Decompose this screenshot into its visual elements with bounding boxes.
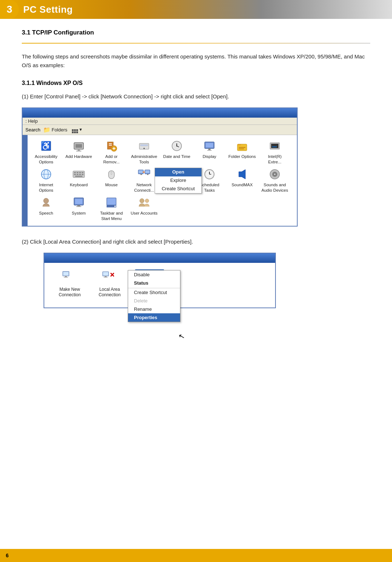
svg-rect-79 [103,272,108,275]
svg-point-12 [143,148,145,149]
folders-label: Folders [52,127,67,133]
icon-mouse[interactable]: Mouse [97,168,126,193]
svg-rect-39 [82,174,83,175]
icon-admin-tools[interactable]: AdministrativeTools [129,139,159,165]
ctx-disable[interactable]: Disable [128,270,180,279]
svg-rect-9 [114,147,114,150]
svg-point-16 [176,146,177,147]
step1-text: (1) Enter [Control Panel] -> click [Netw… [22,92,370,101]
icon-soundmax[interactable]: SoundMAX [227,168,257,193]
xp-icons-area: ♿ AccessibilityOptions Add Hardware Add … [28,135,297,226]
xp-menu-bar: : Help [23,118,297,125]
context-explore[interactable]: Explore [155,176,201,185]
xp-toolbar: Search 📁 Folders ▾ [23,125,297,135]
intel-icon: Intel [268,139,281,152]
svg-point-62 [274,174,275,175]
svg-rect-75 [64,272,68,275]
subsection-title: 3.1.1 Windows XP O/S [22,80,370,86]
svg-rect-33 [77,172,78,173]
icon-label-sounds-audio: Sounds andAudio Devices [261,182,288,193]
svg-rect-81 [104,277,108,278]
icon-label-taskbar: Taskbar andStart Menu [100,211,123,221]
icon-label-intel: Intel(R)Extre... [268,154,282,165]
icon-sounds-audio[interactable]: Sounds andAudio Devices [260,168,290,193]
icon-date-time[interactable]: Date and Time [162,139,192,165]
section-title: 3.1 TCP/IP Configuration [22,29,370,36]
folder-icon-btn[interactable]: 📁 Folders [43,126,67,133]
make-new-connection-icon [62,269,77,285]
add-hardware-icon [72,139,85,152]
ctx-create-shortcut[interactable]: Create Shortcut [128,288,180,297]
soundmax-icon [236,168,249,181]
icon-system[interactable]: System [64,196,94,221]
context-open[interactable]: Open [155,168,201,176]
svg-rect-66 [77,205,80,206]
svg-rect-67 [76,206,81,207]
mouse-icon [105,168,118,181]
svg-rect-19 [208,148,211,150]
svg-rect-20 [207,150,212,151]
icon-label-mouse: Mouse [105,182,118,188]
chapter-number: 3 [0,0,19,19]
search-button[interactable]: Search [25,127,40,133]
icon-speech[interactable]: Speech [31,196,61,221]
icon-folder-options[interactable]: Folder Options [227,139,257,165]
icon-intel[interactable]: Intel Intel(R)Extre... [260,139,290,165]
icon-add-remove[interactable]: Add orRemov... [97,139,126,165]
icon-display[interactable]: Display [195,139,224,165]
icon-label-soundmax: SoundMAX [232,182,253,188]
svg-rect-32 [74,172,76,173]
svg-rect-76 [65,276,67,277]
footer: 6 [0,549,392,562]
folder-options-icon [236,139,249,152]
section-divider [22,43,370,44]
svg-rect-46 [140,174,142,175]
icon-user-accounts[interactable]: User Accounts [129,196,159,221]
label-make-new-connection: Make NewConnection [59,287,81,298]
svg-rect-2 [78,149,80,151]
icon-label-network: NetworkConnecti... [134,182,154,193]
svg-rect-65 [75,199,82,204]
icon-internet-options[interactable]: InternetOptions [31,168,61,193]
ctx-properties[interactable]: Properties [128,313,180,322]
ctx-status[interactable]: Status [128,279,180,287]
icon-accessibility[interactable]: ♿ AccessibilityOptions [31,139,61,165]
cursor-icon: ↖ [177,331,186,341]
svg-rect-70 [107,198,116,205]
network-context-menu: Open Explore Create Shortcut [155,168,202,194]
xp-content-area: ♿ AccessibilityOptions Add Hardware Add … [23,135,297,226]
icon-label-admin-tools: AdministrativeTools [131,154,157,165]
context-create-shortcut[interactable]: Create Shortcut [155,185,201,193]
icon-label-accessibility: AccessibilityOptions [35,154,58,165]
display-icon [203,139,216,152]
sounds-audio-icon [268,168,281,181]
svg-point-73 [145,199,149,203]
date-time-icon [170,139,183,152]
network-connections-window: Make NewConnection Local AreaConnection [44,253,276,308]
icon-network-connections[interactable]: NetworkConnecti... Open Explore Create S… [129,168,159,193]
admin-tools-icon [138,139,151,152]
internet-options-icon [40,168,53,181]
icon-label-speech: Speech [39,211,53,216]
svg-rect-23 [239,147,245,148]
net-icon-make-new[interactable]: Make NewConnection [55,269,84,298]
scheduled-tasks-icon [203,168,216,181]
icon-taskbar[interactable]: Taskbar andStart Menu [97,196,126,221]
icon-label-display: Display [203,154,216,159]
svg-rect-77 [64,277,68,278]
net-icon-local-area-x[interactable]: Local AreaConnection [95,269,124,298]
svg-rect-24 [239,148,244,149]
svg-rect-34 [79,172,81,173]
ctx-delete: Delete [128,297,180,305]
icon-add-hardware[interactable]: Add Hardware [64,139,94,165]
ctx-rename[interactable]: Rename [128,305,180,313]
svg-rect-3 [76,151,81,151]
icon-keyboard[interactable]: Keyboard [64,168,94,193]
svg-rect-22 [237,144,241,145]
menu-help[interactable]: : Help [25,118,38,124]
page-content: 3.1 TCP/IP Configuration The following s… [0,19,392,341]
views-button[interactable]: ▾ [72,127,82,133]
icon-label-folder-options: Folder Options [228,154,256,159]
svg-rect-38 [79,174,81,175]
icon-label-date-time: Date and Time [163,154,191,159]
